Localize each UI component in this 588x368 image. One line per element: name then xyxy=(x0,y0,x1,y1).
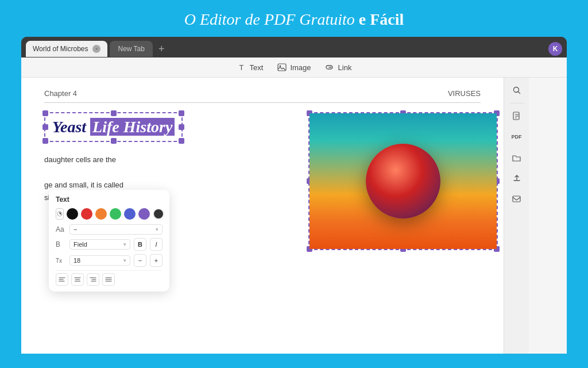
panel-title: Text xyxy=(56,195,163,204)
align-right-button[interactable] xyxy=(87,273,99,286)
right-sidebar: PDF xyxy=(504,78,529,354)
title-selection-box[interactable]: Yeast Life History xyxy=(44,112,183,142)
align-center-button[interactable] xyxy=(71,273,84,286)
viruses-label: VIRUSES xyxy=(448,89,481,98)
user-avatar[interactable]: K xyxy=(548,42,562,56)
toolbar-image-button[interactable]: Image xyxy=(277,62,311,72)
bold-label-prefix: B xyxy=(56,240,66,248)
handle-bottom-right[interactable] xyxy=(179,138,184,144)
handle-top-right[interactable] xyxy=(179,110,184,116)
color-row xyxy=(56,208,163,220)
image-selection-box[interactable] xyxy=(308,112,498,250)
toolbar-link-button[interactable]: Link xyxy=(325,62,352,72)
sidebar-search-icon[interactable] xyxy=(509,82,525,98)
browser-tabs-bar: World of Microbes × New Tab + K xyxy=(21,37,567,57)
title-italic-part: Yeast xyxy=(52,118,86,136)
color-dark[interactable] xyxy=(153,208,164,220)
sidebar-document-icon[interactable] xyxy=(509,108,525,124)
text-icon: T xyxy=(237,62,247,72)
font-size-value-select[interactable]: 18 ▾ xyxy=(69,255,130,266)
page-title: Yeast Life History xyxy=(52,118,175,136)
color-purple[interactable] xyxy=(138,208,150,220)
font-size-tx-label: Tx xyxy=(56,258,66,264)
handle-mid-left[interactable] xyxy=(42,124,48,130)
sidebar-folder-icon[interactable] xyxy=(509,150,525,166)
font-size-row: Aa − ▾ xyxy=(56,224,163,235)
font-field-select[interactable]: Field ▾ xyxy=(69,239,130,250)
color-black[interactable] xyxy=(67,208,78,220)
page-heading: O Editor de PDF Gratuito e Fácil xyxy=(0,0,588,37)
italic-button[interactable]: I xyxy=(150,238,163,251)
align-justify-button[interactable] xyxy=(102,273,115,286)
font-size-select[interactable]: − ▾ xyxy=(69,224,163,235)
chapter-label: Chapter 4 xyxy=(44,89,77,98)
sphere-canvas xyxy=(310,113,497,249)
link-icon xyxy=(325,62,335,72)
tab-add-button[interactable]: + xyxy=(155,43,168,55)
editor-main: Chapter 4 VIRUSES Yeast Life History xyxy=(21,78,567,354)
tab-label: World of Microbes xyxy=(33,45,88,53)
tab-new[interactable]: New Tab xyxy=(110,41,152,57)
browser-window: World of Microbes × New Tab + K T Text I… xyxy=(21,37,567,354)
handle-bottom-left[interactable] xyxy=(42,138,48,144)
sidebar-pdf-icon[interactable]: PDF xyxy=(509,129,525,145)
bold-button[interactable]: B xyxy=(134,238,146,251)
handle-top-left[interactable] xyxy=(42,110,48,116)
sidebar-upload-icon[interactable] xyxy=(509,170,525,186)
handle-bottom-mid[interactable] xyxy=(111,138,117,144)
align-row xyxy=(56,273,163,286)
bold-italic-row: B Field ▾ B I xyxy=(56,238,163,251)
font-size-increase-button[interactable]: + xyxy=(150,254,163,267)
image-icon xyxy=(277,62,287,72)
toolbar-text-button[interactable]: T Text xyxy=(237,62,264,72)
font-size-number-row: Tx 18 ▾ − + xyxy=(56,254,163,267)
color-orange[interactable] xyxy=(95,208,107,220)
svg-point-1 xyxy=(280,66,281,67)
color-green[interactable] xyxy=(110,208,121,220)
font-size-decrease-button[interactable]: − xyxy=(134,254,146,267)
align-left-button[interactable] xyxy=(56,273,68,286)
svg-rect-4 xyxy=(513,196,520,202)
panel-divider xyxy=(56,270,163,271)
font-size-label: Aa xyxy=(56,225,66,233)
handle-mid-right[interactable] xyxy=(179,124,184,130)
sidebar-separator xyxy=(510,103,524,103)
image-content xyxy=(310,113,497,249)
sphere-circle xyxy=(366,144,440,218)
tab-close-button[interactable]: × xyxy=(92,45,100,53)
text-format-panel: Text Aa − ▾ xyxy=(49,190,169,292)
editor-toolbar: T Text Image Link xyxy=(21,57,567,78)
color-picker-icon[interactable] xyxy=(56,208,64,220)
sidebar-mail-icon[interactable] xyxy=(509,191,525,207)
page-header: Chapter 4 VIRUSES xyxy=(44,89,481,103)
handle-top-mid[interactable] xyxy=(111,110,117,116)
color-blue[interactable] xyxy=(124,208,136,220)
color-red[interactable] xyxy=(81,208,92,220)
title-highlighted-part: Life History xyxy=(90,118,175,136)
tab-world-of-microbes[interactable]: World of Microbes × xyxy=(26,41,107,57)
